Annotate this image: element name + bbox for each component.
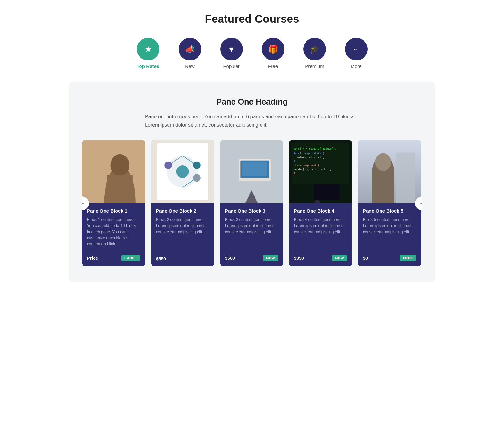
card-body-3: Pane One Block 3Block 3 content goes her…: [220, 203, 283, 266]
svg-rect-17: [242, 162, 267, 176]
card-badge-3: NEW: [263, 255, 278, 261]
svg-text:}: }: [294, 172, 295, 175]
svg-text:class Component {: class Component {: [294, 164, 319, 167]
card-title-5: Pane One Block 5: [363, 208, 416, 213]
card-badge-5: FREE: [400, 255, 416, 261]
tab-item-free[interactable]: 🎁Free: [262, 38, 284, 69]
svg-text:render() { return null; }: render() { return null; }: [294, 168, 332, 171]
tab-icon-new: 📣: [179, 38, 201, 60]
tab-label-new: New: [185, 64, 194, 69]
svg-point-13: [193, 174, 201, 182]
card-price-5: $0: [363, 256, 368, 261]
svg-rect-3: [107, 175, 132, 203]
card-5[interactable]: Pane One Block 5Block 5 content goes her…: [358, 140, 421, 266]
card-content-4: Block 4 content goes here. Lorem ipsum d…: [294, 217, 347, 247]
svg-text:}: }: [294, 160, 295, 163]
card-image-1: [82, 140, 145, 203]
tab-label-premium: Premium: [305, 64, 324, 69]
svg-point-7: [176, 165, 189, 178]
tab-item-more[interactable]: ···More: [345, 38, 368, 69]
card-image-2: [151, 140, 214, 203]
svg-point-33: [375, 153, 391, 171]
svg-point-12: [164, 162, 172, 169]
svg-rect-35: [396, 153, 415, 203]
card-price-1: Price: [87, 256, 98, 261]
tabs-container: ★Top Rated📣New♥Popular🎁Free🎓Premium···Mo…: [69, 38, 435, 69]
card-title-2: Pane One Block 2: [156, 208, 209, 213]
card-title-3: Pane One Block 3: [225, 208, 278, 213]
card-footer-3: $560NEW: [225, 252, 278, 261]
card-3[interactable]: Pane One Block 3Block 3 content goes her…: [220, 140, 283, 266]
card-footer-4: $350NEW: [294, 252, 347, 261]
card-footer-1: PriceLABEL: [87, 252, 140, 261]
tab-item-new[interactable]: 📣New: [179, 38, 201, 69]
card-footer-5: $0FREE: [363, 252, 416, 261]
tab-label-top-rated: Top Rated: [136, 64, 159, 69]
card-content-5: Block 5 content goes here. Lorem ipsum d…: [363, 217, 416, 247]
svg-point-2: [110, 154, 129, 176]
svg-text:return fetch(url);: return fetch(url);: [297, 156, 324, 159]
card-price-4: $350: [294, 256, 304, 261]
card-title-1: Pane One Block 1: [87, 208, 140, 213]
cards-row: Pane One Block 1Block 1 content goes her…: [82, 140, 422, 266]
cards-viewport: ← Pane One Block 1Block 1 content goes h…: [82, 140, 422, 266]
card-content-3: Block 3 content goes here Lorem ipsum do…: [225, 217, 278, 247]
tab-icon-top-rated: ★: [137, 38, 159, 60]
card-title-4: Pane One Block 4: [294, 208, 347, 213]
tab-label-more: More: [351, 64, 362, 69]
tab-icon-premium: 🎓: [303, 38, 326, 60]
svg-text:function getData() {: function getData() {: [294, 152, 324, 155]
card-image-3: [220, 140, 283, 203]
card-2[interactable]: Pane One Block 2Block 2 content goes her…: [151, 140, 214, 266]
pane-intro: Pane one intro goes here. You can add up…: [145, 113, 359, 129]
tab-icon-free: 🎁: [262, 38, 284, 60]
card-4[interactable]: const x = require('module'); function ge…: [289, 140, 352, 266]
svg-text:const x = require('module');: const x = require('module');: [294, 147, 336, 150]
tab-icon-more: ···: [345, 38, 368, 60]
card-content-1: Block 1 content goes here. You can add u…: [87, 217, 140, 247]
card-price-2: $550: [156, 256, 166, 261]
card-price-3: $560: [225, 256, 235, 261]
page-wrapper: Featured Courses ★Top Rated📣New♥Popular🎁…: [63, 0, 441, 295]
card-badge-1: LABEL: [121, 255, 140, 261]
tab-icon-popular: ♥: [220, 38, 243, 60]
svg-rect-28: [314, 184, 339, 200]
tab-label-popular: Popular: [223, 64, 239, 69]
tab-item-popular[interactable]: ♥Popular: [220, 38, 243, 69]
tab-item-top-rated[interactable]: ★Top Rated: [136, 38, 159, 69]
card-body-5: Pane One Block 5Block 5 content goes her…: [358, 203, 421, 266]
card-footer-2: $550: [156, 253, 209, 261]
card-image-5: [358, 140, 421, 203]
pane-heading: Pane One Heading: [82, 97, 422, 106]
svg-rect-34: [372, 172, 394, 203]
tab-item-premium[interactable]: 🎓Premium: [303, 38, 326, 69]
card-body-4: Pane One Block 4Block 4 content goes her…: [289, 203, 352, 266]
card-1[interactable]: Pane One Block 1Block 1 content goes her…: [82, 140, 145, 266]
pane-section: Pane One Heading Pane one intro goes her…: [69, 82, 435, 282]
tab-label-free: Free: [268, 64, 278, 69]
svg-point-11: [193, 162, 201, 169]
card-body-2: Pane One Block 2Block 2 content goes her…: [151, 203, 214, 266]
card-badge-4: NEW: [332, 255, 347, 261]
page-title: Featured Courses: [69, 13, 435, 25]
card-image-4: const x = require('module'); function ge…: [289, 140, 352, 203]
card-body-1: Pane One Block 1Block 1 content goes her…: [82, 203, 145, 266]
card-content-2: Block 2 content goes here Lorem ipsum do…: [156, 217, 209, 248]
